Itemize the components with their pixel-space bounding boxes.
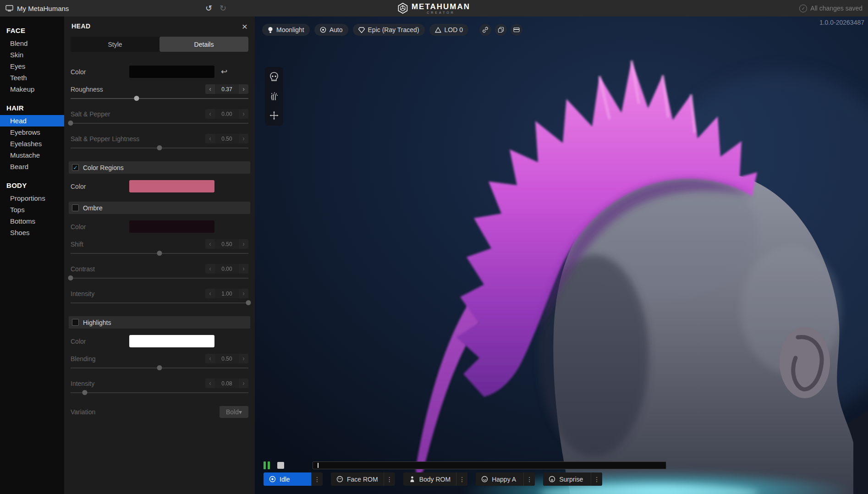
tab-details[interactable]: Details: [159, 37, 248, 52]
region-color-swatch[interactable]: [129, 180, 214, 192]
region-color-label: Color: [71, 183, 129, 190]
3d-viewport[interactable]: 1.0.0-20263487 Moonlight Auto Epic (Ray …: [255, 16, 868, 494]
increment-icon[interactable]: ›: [239, 289, 248, 298]
clip-menu-button[interactable]: ⋮: [591, 472, 602, 486]
blending-control: Blending ‹ 0.50 ›: [71, 354, 248, 372]
blending-stepper[interactable]: ‹ 0.50 ›: [205, 354, 248, 363]
variation-dropdown[interactable]: Bold▾: [220, 406, 248, 418]
contrast-slider[interactable]: [71, 274, 248, 282]
sidebar-item-shoes[interactable]: Shoes: [0, 227, 64, 238]
sidebar-item-blend[interactable]: Blend: [0, 38, 64, 49]
card-button[interactable]: [511, 24, 522, 36]
slider-thumb[interactable]: [68, 275, 73, 280]
ombre-color-row: Color: [71, 220, 248, 233]
color-regions-checkbox[interactable]: ✓: [72, 164, 79, 171]
increment-icon[interactable]: ›: [239, 109, 248, 119]
ombre-checkbox[interactable]: [72, 204, 79, 211]
decrement-icon[interactable]: ‹: [205, 109, 215, 119]
highlights-checkbox[interactable]: [72, 319, 79, 326]
slider-thumb[interactable]: [68, 121, 73, 126]
decrement-icon[interactable]: ‹: [205, 134, 215, 143]
increment-icon[interactable]: ›: [239, 354, 248, 363]
roughness-control: Roughness ‹ 0.37 ›: [71, 84, 248, 103]
increment-icon[interactable]: ›: [239, 239, 248, 249]
increment-icon[interactable]: ›: [239, 264, 248, 274]
sidebar-item-eyelashes[interactable]: Eyelashes: [0, 138, 64, 149]
clip-menu-button[interactable]: ⋮: [456, 472, 467, 486]
slider-thumb[interactable]: [82, 390, 88, 395]
slider-thumb[interactable]: [157, 251, 162, 256]
sidebar-item-proportions[interactable]: Proportions: [0, 192, 64, 204]
sidebar-item-teeth[interactable]: Teeth: [0, 72, 64, 83]
blending-slider[interactable]: [71, 364, 248, 372]
salt-pepper-stepper[interactable]: ‹ 0.00 ›: [205, 109, 248, 119]
sidebar-section-face: FACE: [0, 24, 64, 38]
salt-pepper-slider[interactable]: [71, 119, 248, 127]
slider-thumb[interactable]: [246, 300, 251, 305]
playhead[interactable]: [318, 463, 319, 468]
shift-slider[interactable]: [71, 249, 248, 258]
shift-stepper[interactable]: ‹ 0.50 ›: [205, 239, 248, 249]
metahuman-logo: METAHUMAN CREATOR: [398, 0, 470, 16]
slider-thumb[interactable]: [134, 96, 139, 101]
contrast-stepper[interactable]: ‹ 0.00 ›: [205, 264, 248, 274]
sidebar-item-makeup[interactable]: Makeup: [0, 83, 64, 95]
salt-pepper-lightness-slider[interactable]: [71, 144, 248, 152]
roughness-stepper[interactable]: ‹ 0.37 ›: [205, 84, 248, 94]
slider-thumb[interactable]: [157, 145, 162, 150]
decrement-icon[interactable]: ‹: [205, 354, 215, 363]
viewport-tool-column: [265, 67, 283, 126]
quality-chip[interactable]: Epic (Ray Traced): [353, 24, 425, 36]
sidebar-item-eyebrows[interactable]: Eyebrows: [0, 126, 64, 138]
clip-menu-button[interactable]: ⋮: [311, 472, 323, 486]
groom-tool[interactable]: [268, 90, 280, 103]
sidebar-item-mustache[interactable]: Mustache: [0, 149, 64, 161]
build-version: 1.0.0-20263487: [819, 19, 864, 26]
highlights-intensity-slider[interactable]: [71, 389, 248, 397]
lighting-chip[interactable]: Moonlight: [262, 24, 310, 36]
increment-icon[interactable]: ›: [239, 84, 248, 94]
sidebar-item-eyes[interactable]: Eyes: [0, 60, 64, 72]
decrement-icon[interactable]: ‹: [205, 289, 215, 298]
redo-icon[interactable]: ↻: [220, 3, 226, 13]
highlights-color-swatch[interactable]: [129, 335, 214, 347]
move-tool[interactable]: [268, 109, 280, 122]
pause-button[interactable]: [264, 461, 270, 469]
lod-chip[interactable]: LOD 0: [429, 24, 468, 36]
link-button[interactable]: [479, 24, 491, 36]
increment-icon[interactable]: ›: [239, 379, 248, 388]
ombre-color-swatch[interactable]: [129, 220, 214, 233]
undo-icon[interactable]: ↺: [205, 3, 212, 13]
sidebar-item-bottoms[interactable]: Bottoms: [0, 215, 64, 227]
decrement-icon[interactable]: ‹: [205, 239, 215, 249]
sidebar-item-head[interactable]: Head: [0, 115, 64, 126]
reset-color-icon[interactable]: ↩: [221, 67, 227, 77]
ombre-intensity-stepper[interactable]: ‹ 1.00 ›: [205, 289, 248, 298]
camera-mode-chip[interactable]: Auto: [314, 24, 348, 36]
roughness-slider[interactable]: [71, 94, 248, 103]
decrement-icon[interactable]: ‹: [205, 264, 215, 274]
category-sidebar: FACE Blend Skin Eyes Teeth Makeup HAIR H…: [0, 16, 64, 494]
close-icon[interactable]: ×: [242, 22, 247, 31]
tab-style[interactable]: Style: [71, 37, 159, 52]
variation-label: Variation: [71, 408, 95, 416]
hair-color-swatch[interactable]: [129, 66, 214, 78]
sidebar-item-skin[interactable]: Skin: [0, 49, 64, 60]
clip-menu-button[interactable]: ⋮: [523, 472, 535, 486]
timeline-scrubber[interactable]: [313, 461, 666, 469]
increment-icon[interactable]: ›: [239, 134, 248, 143]
sidebar-item-beard[interactable]: Beard: [0, 161, 64, 172]
light-icon: [268, 27, 273, 33]
layers-button[interactable]: [495, 24, 507, 36]
stop-button[interactable]: [277, 462, 284, 469]
my-metahumans-button[interactable]: My MetaHumans: [5, 0, 69, 16]
salt-pepper-lightness-stepper[interactable]: ‹ 0.50 ›: [205, 134, 248, 143]
decrement-icon[interactable]: ‹: [205, 84, 215, 94]
decrement-icon[interactable]: ‹: [205, 379, 215, 388]
highlights-intensity-stepper[interactable]: ‹ 0.08 ›: [205, 379, 248, 388]
slider-thumb[interactable]: [157, 365, 162, 370]
ombre-intensity-slider[interactable]: [71, 299, 248, 307]
head-select-tool[interactable]: [268, 71, 280, 83]
clip-menu-button[interactable]: ⋮: [384, 472, 395, 486]
sidebar-item-tops[interactable]: Tops: [0, 204, 64, 215]
